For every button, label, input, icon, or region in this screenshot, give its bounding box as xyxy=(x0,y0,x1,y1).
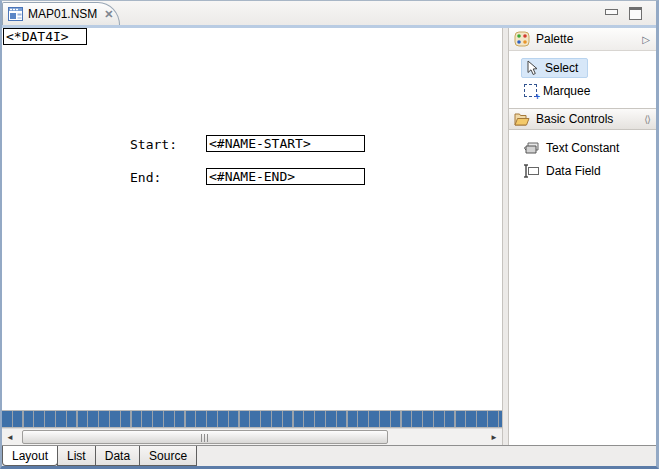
tool-data-field-label: Data Field xyxy=(546,164,601,178)
row-ruler-stripe xyxy=(2,410,502,428)
editor-pane: <*DAT4I> Start: <#NAME-START> End: <#NAM… xyxy=(2,28,502,445)
minimize-icon[interactable] xyxy=(605,7,617,19)
map-editor-icon xyxy=(8,7,23,21)
open-folder-icon xyxy=(514,113,530,126)
tab-layout[interactable]: Layout xyxy=(2,446,58,466)
drawer-basic-controls[interactable]: Basic Controls ⟨⟩ xyxy=(509,108,656,130)
palette-icon xyxy=(514,31,530,47)
close-icon[interactable]: ✕ xyxy=(104,9,113,20)
tool-select-label: Select xyxy=(545,61,578,75)
tab-data[interactable]: Data xyxy=(95,446,140,466)
maximize-icon[interactable] xyxy=(629,7,642,20)
marquee-icon xyxy=(524,84,537,97)
tool-text-constant-label: Text Constant xyxy=(546,141,619,155)
page-tab-bar: Layout List Data Source xyxy=(2,445,656,466)
palette-collapse-icon[interactable]: ▷ xyxy=(642,34,650,45)
drawer-pin-icon[interactable]: ⟨⟩ xyxy=(644,114,650,125)
cursor-arrow-icon xyxy=(524,60,539,76)
map-editor-window: MAP01.NSM ✕ <*DAT4I> Start: <#NAME-START… xyxy=(0,0,659,469)
map-canvas[interactable]: <*DAT4I> Start: <#NAME-START> End: <#NAM… xyxy=(2,28,502,410)
editor-tab-title: MAP01.NSM xyxy=(28,7,97,21)
scrollbar-grip-icon xyxy=(201,434,209,442)
tool-marquee[interactable]: Marquee xyxy=(509,79,656,102)
tool-text-constant[interactable]: Text Constant xyxy=(509,136,656,159)
palette-header[interactable]: Palette ▷ xyxy=(509,28,656,51)
text-constant-end[interactable]: End: xyxy=(130,170,161,185)
palette-title: Palette xyxy=(536,32,636,46)
tool-data-field[interactable]: Data Field xyxy=(509,159,656,182)
text-constant-start[interactable]: Start: xyxy=(130,137,177,152)
scroll-left-icon[interactable]: ◄ xyxy=(2,429,18,445)
data-field-name-start[interactable]: <#NAME-START> xyxy=(206,135,365,152)
tab-source[interactable]: Source xyxy=(139,446,197,466)
palette-sash[interactable] xyxy=(502,28,509,445)
tab-list[interactable]: List xyxy=(57,446,96,466)
data-field-icon xyxy=(524,164,540,178)
palette-panel: Palette ▷ Select xyxy=(509,28,656,445)
tab-bar-filler xyxy=(197,446,656,466)
tool-marquee-label: Marquee xyxy=(543,84,590,98)
text-constant-icon xyxy=(524,142,540,154)
scroll-right-icon[interactable]: ► xyxy=(486,429,502,445)
scrollbar-thumb[interactable] xyxy=(22,430,388,444)
date-literal-box[interactable]: <*DAT4I> xyxy=(3,28,87,45)
horizontal-scrollbar[interactable]: ◄ ► xyxy=(2,428,502,445)
tool-select[interactable]: Select xyxy=(509,56,656,79)
editor-tab-strip: MAP01.NSM ✕ xyxy=(2,1,656,25)
data-field-name-end[interactable]: <#NAME-END> xyxy=(206,168,365,185)
editor-tab-map01[interactable]: MAP01.NSM ✕ xyxy=(2,2,120,25)
drawer-title: Basic Controls xyxy=(536,112,638,126)
